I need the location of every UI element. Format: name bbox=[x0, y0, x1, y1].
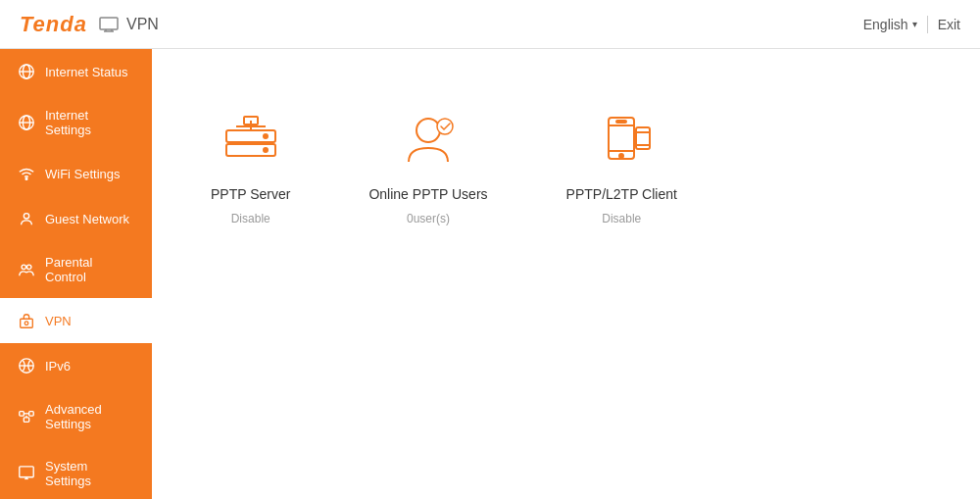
advanced-settings-icon bbox=[18, 408, 35, 425]
svg-rect-14 bbox=[21, 319, 33, 327]
pptp-server-title: PPTP Server bbox=[211, 186, 290, 202]
pptp-l2tp-client-icon bbox=[582, 108, 661, 176]
sidebar: Internet Status Internet Settings bbox=[0, 49, 152, 499]
internet-settings-icon bbox=[18, 114, 35, 131]
online-pptp-users-title: Online PPTP Users bbox=[368, 186, 487, 202]
header-title: VPN bbox=[99, 16, 159, 33]
vpn-card-pptp-server[interactable]: PPTP Server Disable bbox=[211, 108, 290, 225]
header: Tenda VPN English ▾ Exit bbox=[0, 0, 980, 49]
pptp-server-status: Disable bbox=[231, 212, 270, 225]
sidebar-item-internet-status[interactable]: Internet Status bbox=[0, 49, 152, 94]
svg-point-35 bbox=[437, 119, 453, 134]
sidebar-item-internet-settings[interactable]: Internet Settings bbox=[0, 94, 152, 151]
exit-button[interactable]: Exit bbox=[938, 17, 960, 32]
header-divider bbox=[927, 16, 928, 33]
language-selector[interactable]: English ▾ bbox=[863, 17, 917, 32]
svg-point-30 bbox=[264, 148, 268, 152]
sidebar-item-vpn-label: VPN bbox=[45, 314, 72, 328]
monitor-icon bbox=[99, 17, 119, 32]
sidebar-item-internet-status-label: Internet Status bbox=[45, 65, 128, 79]
language-label: English bbox=[863, 17, 908, 32]
sidebar-item-parental-control[interactable]: Parental Control bbox=[0, 241, 152, 298]
vpn-cards-container: PPTP Server Disable Online PPTP Users 0u… bbox=[211, 108, 921, 225]
logo: Tenda bbox=[20, 12, 87, 37]
sidebar-item-ipv6[interactable]: IPv6 bbox=[0, 343, 152, 388]
header-left: Tenda VPN bbox=[20, 12, 159, 37]
vpn-card-online-pptp-users[interactable]: Online PPTP Users 0user(s) bbox=[368, 108, 487, 225]
svg-rect-0 bbox=[100, 18, 118, 29]
online-pptp-users-status: 0user(s) bbox=[407, 212, 450, 225]
pptp-server-icon bbox=[212, 108, 290, 176]
wifi-icon bbox=[18, 165, 35, 182]
svg-point-12 bbox=[22, 265, 26, 270]
sidebar-item-advanced-settings[interactable]: Advanced Settings bbox=[0, 388, 152, 445]
svg-rect-23 bbox=[20, 467, 33, 477]
svg-point-34 bbox=[416, 119, 440, 142]
svg-point-15 bbox=[24, 322, 28, 325]
svg-rect-40 bbox=[616, 121, 626, 123]
svg-point-10 bbox=[25, 178, 27, 180]
ipv6-icon bbox=[18, 357, 35, 374]
system-settings-icon bbox=[18, 465, 35, 482]
svg-rect-20 bbox=[24, 418, 28, 423]
svg-rect-18 bbox=[20, 412, 24, 417]
vpn-card-pptp-l2tp-client[interactable]: PPTP/L2TP Client Disable bbox=[566, 108, 677, 225]
sidebar-item-wifi-settings[interactable]: WiFi Settings bbox=[0, 151, 152, 196]
pptp-l2tp-client-status: Disable bbox=[602, 212, 641, 225]
svg-point-39 bbox=[619, 154, 623, 158]
page-title: VPN bbox=[126, 16, 159, 33]
internet-status-icon bbox=[18, 63, 35, 80]
svg-rect-19 bbox=[29, 412, 34, 417]
main-content: PPTP Server Disable Online PPTP Users 0u… bbox=[152, 49, 980, 499]
online-pptp-users-icon bbox=[389, 108, 467, 176]
chevron-down-icon: ▾ bbox=[912, 19, 917, 29]
svg-point-29 bbox=[264, 134, 268, 138]
pptp-l2tp-client-title: PPTP/L2TP Client bbox=[566, 186, 677, 202]
svg-point-13 bbox=[26, 265, 31, 270]
main-layout: Internet Status Internet Settings bbox=[0, 49, 980, 499]
sidebar-item-vpn[interactable]: VPN bbox=[0, 298, 152, 343]
sidebar-item-wifi-settings-label: WiFi Settings bbox=[45, 167, 121, 181]
header-right: English ▾ Exit bbox=[863, 16, 960, 33]
sidebar-item-internet-settings-label: Internet Settings bbox=[45, 108, 134, 137]
svg-rect-36 bbox=[609, 118, 634, 159]
svg-point-11 bbox=[24, 214, 28, 219]
parental-control-icon bbox=[18, 261, 35, 278]
sidebar-item-system-settings-label: System Settings bbox=[45, 459, 134, 488]
sidebar-item-ipv6-label: IPv6 bbox=[45, 359, 71, 374]
sidebar-item-parental-control-label: Parental Control bbox=[45, 255, 134, 284]
sidebar-item-advanced-settings-label: Advanced Settings bbox=[45, 402, 134, 431]
vpn-icon bbox=[18, 312, 35, 329]
sidebar-item-system-settings[interactable]: System Settings bbox=[0, 445, 152, 499]
sidebar-item-guest-network-label: Guest Network bbox=[45, 212, 129, 226]
guest-network-icon bbox=[18, 210, 35, 227]
sidebar-item-guest-network[interactable]: Guest Network bbox=[0, 196, 152, 241]
